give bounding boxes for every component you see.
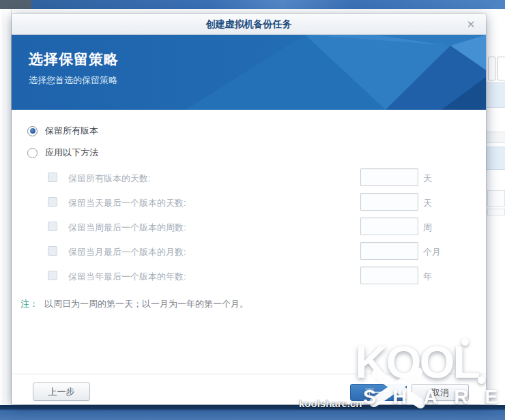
option-label: 应用以下方法 xyxy=(45,147,98,159)
retention-value-input[interactable] xyxy=(360,242,418,260)
retention-value-input[interactable] xyxy=(360,267,418,284)
background-window-fragment xyxy=(486,132,505,143)
background-window-fragment xyxy=(488,57,495,80)
retention-unit-label: 个月 xyxy=(423,246,441,258)
retention-row-daily-last: 保留当天最后一个版本的天数: 天 xyxy=(12,193,486,211)
checkbox-icon[interactable] xyxy=(48,172,57,182)
close-icon[interactable]: ✕ xyxy=(461,14,480,35)
create-vm-backup-task-dialog: 创建虚拟机备份任务 ✕ 选择保留策略 选择您首选的保留策略 保留 xyxy=(12,14,486,404)
desktop-top-band xyxy=(0,0,505,9)
step-title: 选择保留策略 xyxy=(29,50,486,69)
checkbox-icon[interactable] xyxy=(48,271,57,280)
cancel-button[interactable]: 取消 xyxy=(412,384,469,401)
retention-row-label: 保留当天最后一个版本的天数: xyxy=(68,197,186,209)
radio-unselected-icon[interactable] xyxy=(27,148,38,158)
option-apply-rules[interactable]: 应用以下方法 xyxy=(27,144,486,162)
background-window-right-edge xyxy=(486,9,505,405)
retention-unit-label: 年 xyxy=(423,271,432,283)
retention-value-input[interactable] xyxy=(360,193,418,211)
option-keep-all-versions[interactable]: 保留所有版本 xyxy=(27,122,486,140)
retention-row-yearly-last: 保留当年最后一个版本的年数: 年 xyxy=(12,267,486,284)
dialog-title: 创建虚拟机备份任务 xyxy=(206,18,292,29)
option-label: 保留所有版本 xyxy=(45,125,98,137)
back-button[interactable]: 上一步 xyxy=(33,382,90,401)
background-window-fragment xyxy=(487,209,505,215)
dialog-footer: 上一步 下一步 取消 xyxy=(12,374,486,404)
retention-unit-label: 天 xyxy=(423,197,432,209)
desktop-bottom-band xyxy=(0,405,505,420)
retention-rules-list: 保留所有版本的天数: 天 保留当天最后一个版本的天数: 天 保留当周最后一个版本… xyxy=(12,168,486,284)
retention-value-input[interactable] xyxy=(360,217,418,235)
next-button[interactable]: 下一步 xyxy=(350,384,407,401)
checkbox-icon[interactable] xyxy=(48,222,57,231)
retention-unit-label: 周 xyxy=(423,222,432,234)
retention-row-label: 保留当周最后一个版本的周数: xyxy=(68,222,186,234)
retention-row-monthly-last: 保留当月最后一个版本的月数: 个月 xyxy=(12,242,486,260)
background-window-fragment xyxy=(486,82,505,108)
retention-row-label: 保留当年最后一个版本的年数: xyxy=(68,271,186,283)
checkbox-icon[interactable] xyxy=(48,197,57,207)
retention-unit-label: 天 xyxy=(423,172,432,185)
dialog-titlebar: 创建虚拟机备份任务 ✕ xyxy=(12,14,486,35)
background-window-fragment xyxy=(487,190,505,207)
note-body: 以周日为一周的第一天；以一月为一年的第一个月。 xyxy=(44,299,248,309)
retention-row-label: 保留当月最后一个版本的月数: xyxy=(68,246,186,258)
background-window-fragment xyxy=(497,57,505,80)
desktop-top-corner xyxy=(0,0,31,9)
checkbox-icon[interactable] xyxy=(48,246,57,256)
wizard-step-header: 选择保留策略 选择您首选的保留策略 xyxy=(12,35,486,110)
note-text: 注：以周日为一周的第一天；以一月为一年的第一个月。 xyxy=(20,298,486,310)
retention-row-weekly-last: 保留当周最后一个版本的周数: 周 xyxy=(12,217,486,235)
retention-row-keep-all-days: 保留所有版本的天数: 天 xyxy=(12,168,486,186)
step-subtitle: 选择您首选的保留策略 xyxy=(29,74,486,87)
note-prefix: 注： xyxy=(20,299,38,309)
retention-value-input[interactable] xyxy=(360,168,418,186)
background-window-fragment xyxy=(486,147,505,170)
dialog-content: 保留所有版本 应用以下方法 保留所有版本的天数: 天 保留当天最后一个版本的天数… xyxy=(12,110,486,310)
retention-row-label: 保留所有版本的天数: xyxy=(68,172,151,185)
background-window-left-edge xyxy=(0,9,12,405)
background-window-divider xyxy=(3,9,3,405)
radio-selected-icon[interactable] xyxy=(27,126,38,136)
